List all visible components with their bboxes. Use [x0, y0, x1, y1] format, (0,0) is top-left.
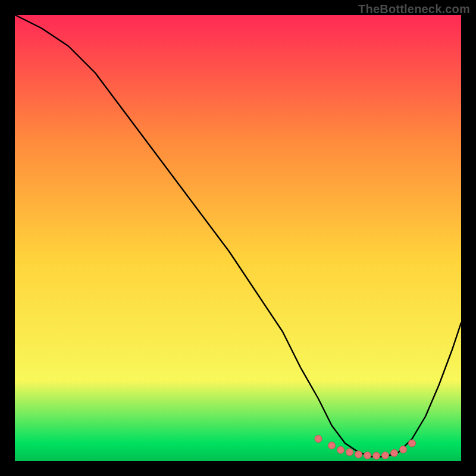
gradient-background: [15, 15, 461, 461]
optimal-marker: [364, 452, 371, 459]
bottleneck-chart: [15, 15, 461, 461]
optimal-marker: [400, 446, 407, 453]
optimal-marker: [346, 449, 353, 456]
optimal-marker: [409, 440, 416, 447]
optimal-marker: [373, 452, 380, 459]
optimal-marker: [355, 451, 362, 458]
optimal-marker: [382, 452, 389, 459]
optimal-marker: [391, 450, 398, 457]
watermark-text: TheBottleneck.com: [358, 2, 470, 16]
chart-stage: TheBottleneck.com: [0, 0, 476, 476]
optimal-marker: [315, 436, 322, 443]
optimal-marker: [328, 442, 336, 449]
optimal-marker: [337, 446, 345, 453]
